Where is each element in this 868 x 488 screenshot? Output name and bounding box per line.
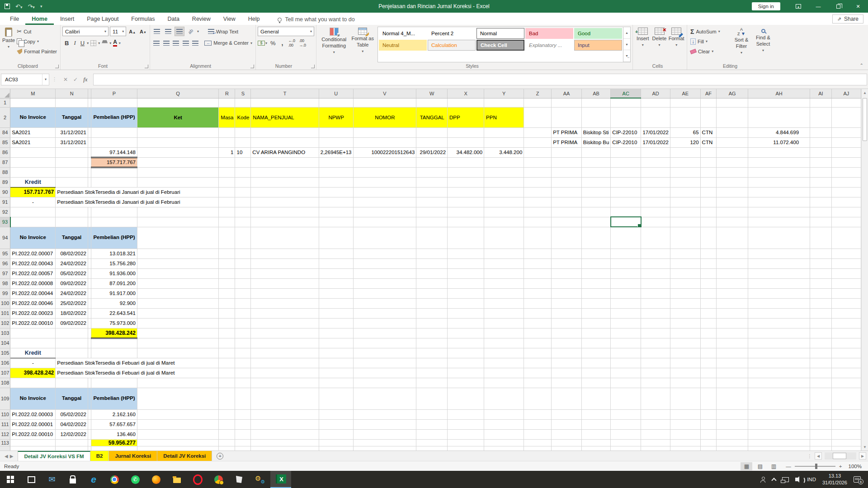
cell-AI97[interactable]: [810, 268, 832, 278]
cell-AB101[interactable]: [581, 308, 611, 318]
cell-AH93[interactable]: [748, 217, 810, 227]
col-header-R[interactable]: R: [219, 89, 235, 98]
font-color-icon[interactable]: A: [112, 39, 118, 47]
cell-AA95[interactable]: [552, 249, 582, 258]
cell-U102[interactable]: [319, 318, 353, 328]
cell-W102[interactable]: [416, 318, 448, 328]
cell-Y98[interactable]: [484, 278, 524, 288]
cell-S91[interactable]: [235, 197, 251, 207]
cell-AJ2[interactable]: [831, 107, 861, 127]
cell-Q98[interactable]: [137, 278, 218, 288]
cell-W100[interactable]: [416, 298, 448, 308]
cell-N92[interactable]: [56, 207, 88, 217]
share-button[interactable]: ⇗ Share: [832, 14, 863, 23]
cell-Q105[interactable]: [137, 348, 218, 358]
cell-M98[interactable]: PI.2022.02.00008: [10, 278, 56, 288]
cell-S97[interactable]: [235, 268, 251, 278]
cell-AA84[interactable]: PT PRIMA: [552, 127, 582, 137]
cell-AI99[interactable]: [810, 288, 832, 298]
col-header-P[interactable]: P: [91, 89, 137, 98]
cell-V91[interactable]: [353, 197, 416, 207]
taskbar-button-mail[interactable]: ✉: [42, 471, 62, 488]
row-header-111[interactable]: 111: [0, 419, 10, 429]
cell-M112[interactable]: PI.2022.02.00010: [10, 429, 56, 439]
cell-T102[interactable]: [251, 318, 319, 328]
cell-X89[interactable]: [448, 177, 484, 187]
cell-AF89[interactable]: [700, 177, 717, 187]
cell-V87[interactable]: [353, 157, 416, 167]
cell-AI86[interactable]: [810, 147, 832, 157]
cell-O92[interactable]: [88, 207, 91, 217]
cell-S96[interactable]: [235, 258, 251, 268]
row-header-90[interactable]: 90: [0, 187, 10, 197]
cell-M91[interactable]: -: [10, 197, 56, 207]
font-dialog-launcher-icon[interactable]: [145, 65, 148, 68]
cell-AI87[interactable]: [810, 157, 832, 167]
cell-AB102[interactable]: [581, 318, 611, 328]
cell-M86[interactable]: [10, 147, 56, 157]
row-header-112[interactable]: 112: [0, 429, 10, 439]
cell-P93[interactable]: [91, 217, 137, 227]
cell-AJ98[interactable]: [831, 278, 861, 288]
col-header-Q[interactable]: Q: [137, 89, 218, 98]
cell-Z90[interactable]: [524, 187, 552, 197]
cell-S[interactable]: [235, 446, 251, 450]
cell-U101[interactable]: [319, 308, 353, 318]
cell-AB[interactable]: [581, 446, 611, 450]
cell-Z92[interactable]: [524, 207, 552, 217]
borders-dropdown-icon[interactable]: ▾: [98, 41, 100, 45]
cell-O112[interactable]: [88, 429, 91, 439]
row-header-100[interactable]: 100: [0, 298, 10, 308]
cell-AA110[interactable]: [552, 409, 582, 419]
cell-T100[interactable]: [251, 298, 319, 308]
cell-M95[interactable]: PI.2022.02.00007: [10, 249, 56, 258]
cell-V99[interactable]: [353, 288, 416, 298]
cell-AF1[interactable]: [700, 98, 717, 107]
cell-AB93[interactable]: [581, 217, 611, 227]
tab-formulas[interactable]: Formulas: [125, 14, 161, 25]
cell-S103[interactable]: [235, 328, 251, 338]
merge-center-button[interactable]: ↔Merge & Center ▾: [203, 38, 254, 48]
cell-M90[interactable]: 157.717.767: [10, 187, 56, 197]
cell-AF108[interactable]: [700, 378, 717, 388]
cell-S90[interactable]: [235, 187, 251, 197]
cell-AI1[interactable]: [810, 98, 832, 107]
cell-AF99[interactable]: [700, 288, 717, 298]
cell-U85[interactable]: [319, 137, 353, 147]
cell-X85[interactable]: [448, 137, 484, 147]
cell-O86[interactable]: [88, 147, 91, 157]
cell-AI105[interactable]: [810, 348, 832, 358]
cell-X87[interactable]: [448, 157, 484, 167]
cell-AF102[interactable]: [700, 318, 717, 328]
cut-button[interactable]: ✂Cut: [15, 27, 58, 36]
cell-AC111[interactable]: [611, 419, 641, 429]
cell-AJ87[interactable]: [831, 157, 861, 167]
cell-AE105[interactable]: [670, 348, 701, 358]
cell-AG87[interactable]: [717, 157, 748, 167]
cell-AD93[interactable]: [641, 217, 670, 227]
cell-V84[interactable]: [353, 127, 416, 137]
cell-AE109[interactable]: [670, 388, 701, 409]
cell-AB1[interactable]: [581, 98, 611, 107]
cell-AE107[interactable]: [670, 368, 701, 378]
cell-AA87[interactable]: [552, 157, 582, 167]
cell-U110[interactable]: [319, 409, 353, 419]
cell-U97[interactable]: [319, 268, 353, 278]
cell-AJ112[interactable]: [831, 429, 861, 439]
cell-AG95[interactable]: [717, 249, 748, 258]
cell-AE2[interactable]: [670, 107, 701, 127]
cell-X101[interactable]: [448, 308, 484, 318]
cell-AD111[interactable]: [641, 419, 670, 429]
cell-Y101[interactable]: [484, 308, 524, 318]
cell-Y104[interactable]: [484, 338, 524, 348]
cell-AD106[interactable]: [641, 358, 670, 368]
cell-AC105[interactable]: [611, 348, 641, 358]
cell-AF2[interactable]: [700, 107, 717, 127]
cell-AI100[interactable]: [810, 298, 832, 308]
cell-AF98[interactable]: [700, 278, 717, 288]
cell-AE113[interactable]: [670, 439, 701, 446]
cell-O110[interactable]: [88, 409, 91, 419]
cell-AB96[interactable]: [581, 258, 611, 268]
cell-AB92[interactable]: [581, 207, 611, 217]
cell-AG96[interactable]: [717, 258, 748, 268]
